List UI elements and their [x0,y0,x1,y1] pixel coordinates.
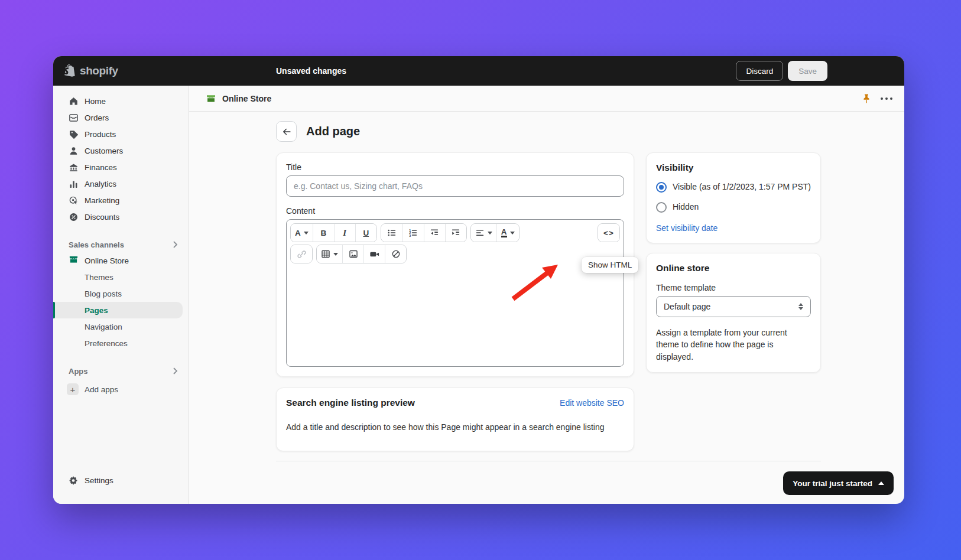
sidebar-item-finances[interactable]: Finances [53,159,189,175]
bold-icon: B [320,229,326,237]
content-editor-area[interactable] [287,267,624,366]
orders-icon [69,113,79,123]
sidebar-item-settings[interactable]: Settings [53,472,189,489]
sidebar-item-orders[interactable]: Orders [53,109,189,126]
italic-button[interactable]: I [334,224,355,242]
indent-icon [451,228,460,237]
finances-icon [69,162,79,172]
outdent-icon [430,228,439,237]
sidebar-item-navigation[interactable]: Navigation [53,318,189,335]
sidebar: Home Orders Products Customers Finances … [53,86,189,504]
outdent-button[interactable] [424,224,445,242]
bulleted-list-button[interactable] [381,224,402,242]
apps-header[interactable]: Apps [53,363,189,379]
seo-card-description: Add a title and description to see how t… [286,422,624,437]
alignment-dropdown-button[interactable] [471,224,496,242]
add-apps-button[interactable]: + Add apps [53,381,189,398]
radio-unselected-icon[interactable] [656,202,667,213]
sidebar-item-marketing[interactable]: Marketing [53,192,189,209]
visibility-option-visible[interactable]: Visible (as of 1/2/2023, 1:57 PM PST) [656,181,811,193]
save-button[interactable]: Save [788,61,827,81]
rich-text-editor: A B I U [286,219,624,367]
insert-table-dropdown-button[interactable] [317,245,342,263]
svg-text:3: 3 [409,234,411,237]
format-icon: A [295,229,301,237]
context-bar-actions [862,93,892,104]
pin-icon[interactable] [862,93,871,104]
main-area: Add page Title Content [189,112,904,504]
show-html-button[interactable]: <> [598,224,619,242]
sidebar-item-pages[interactable]: Pages [53,302,183,318]
text-color-dropdown-button[interactable]: A [496,224,519,242]
shopify-admin-window: shopify Unsaved changes Discard Save Onl… [53,56,904,504]
sidebar-item-analytics[interactable]: Analytics [53,175,189,192]
sidebar-item-customers[interactable]: Customers [53,142,189,159]
show-html-tooltip: Show HTML [582,257,638,273]
more-actions-icon[interactable] [881,97,892,100]
online-store-card-title: Online store [656,263,811,274]
shopify-wordmark: shopify [80,64,118,77]
discard-button[interactable]: Discard [736,61,783,81]
online-store-storefront-icon [206,93,216,104]
slash-circle-icon [391,249,401,259]
chevron-down-icon [333,253,338,256]
clear-formatting-button[interactable] [385,245,406,263]
underline-button[interactable]: U [355,224,376,242]
radio-selected-icon[interactable] [656,182,667,193]
sidebar-item-label: Preferences [85,339,128,348]
sidebar-item-home[interactable]: Home [53,93,189,109]
underline-icon: U [363,229,369,237]
trial-status-button[interactable]: Your trial just started [783,471,894,495]
insert-video-button[interactable] [363,245,385,263]
format-dropdown-button[interactable]: A [291,224,313,242]
sidebar-item-label: Blog posts [85,289,122,298]
context-bar: Online Store [189,86,904,112]
content-footer-divider [276,461,821,461]
sidebar-item-discounts[interactable]: Discounts [53,209,189,225]
sidebar-item-blog-posts[interactable]: Blog posts [53,285,189,302]
breadcrumb[interactable]: Online Store [206,93,271,104]
set-visibility-date-link[interactable]: Set visibility date [656,223,717,233]
sales-channels-header[interactable]: Sales channels [53,237,189,252]
theme-template-select[interactable]: Default page [656,296,811,317]
numbered-list-icon: 123 [408,228,418,237]
sidebar-item-preferences[interactable]: Preferences [53,335,189,351]
home-icon [69,96,79,106]
content-field-label: Content [286,206,624,216]
editor-toolbar: A B I U [287,220,624,267]
add-apps-label: Add apps [85,385,118,394]
visibility-option-hidden[interactable]: Hidden [656,201,811,213]
chevron-right-icon [173,241,178,248]
back-button[interactable] [276,121,297,142]
sidebar-item-label: Themes [85,273,113,282]
sidebar-item-products[interactable]: Products [53,126,189,142]
bold-button[interactable]: B [313,224,334,242]
sidebar-item-online-store[interactable]: Online Store [53,252,189,269]
numbered-list-button[interactable]: 123 [402,224,424,242]
sidebar-item-label: Marketing [85,196,119,205]
sales-channels-label: Sales channels [69,240,124,249]
breadcrumb-title: Online Store [222,94,271,103]
settings-label: Settings [85,476,113,485]
online-store-card: Online store Theme template Default page… [646,253,821,373]
insert-link-button[interactable] [291,245,312,263]
marketing-icon [69,196,79,206]
sidebar-item-label: Customers [85,146,123,155]
sidebar-item-themes[interactable]: Themes [53,269,189,285]
insert-image-button[interactable] [342,245,363,263]
apps-label: Apps [69,367,88,376]
hidden-option-label: Hidden [673,201,699,213]
back-arrow-icon [281,126,292,137]
seo-card-title: Search engine listing preview [286,398,415,408]
save-bar-actions: Discard Save [736,61,827,81]
customers-icon [69,146,79,156]
select-updown-icon [798,303,803,310]
italic-icon: I [343,228,346,238]
sidebar-item-label: Analytics [85,180,116,188]
title-input[interactable] [286,175,624,197]
indent-button[interactable] [445,224,466,242]
visible-option-label: Visible (as of 1/2/2023, 1:57 PM PST) [673,181,811,193]
edit-website-seo-link[interactable]: Edit website SEO [560,398,624,408]
top-bar: shopify Unsaved changes Discard Save [53,56,904,86]
storefront-icon [69,255,79,266]
